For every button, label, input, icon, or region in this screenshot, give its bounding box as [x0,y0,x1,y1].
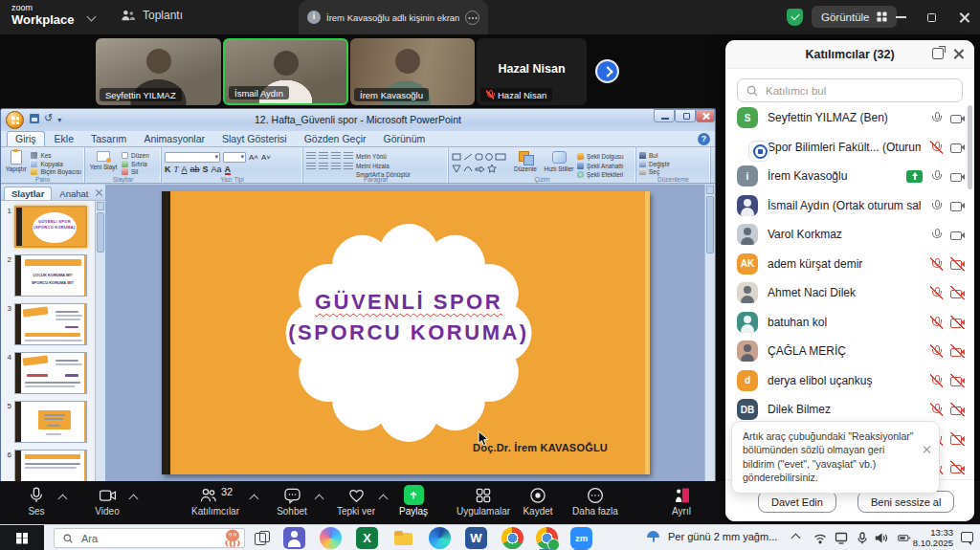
speaker-icon[interactable] [875,532,888,544]
video-tile-active-speaker[interactable]: İsmail Aydın [223,38,348,105]
tab-outline[interactable]: Anahat [53,187,95,200]
mic-icon[interactable] [930,316,943,329]
copy-button[interactable]: Kopyala [31,161,81,167]
slide-thumbnail[interactable]: 4 [4,352,95,394]
tray-mic-icon[interactable] [856,532,869,544]
arrange-button[interactable]: Düzenle [510,149,541,174]
participant-row[interactable]: batuhan kol [725,308,974,338]
undo-icon[interactable] [44,112,53,124]
participant-row[interactable]: S Seyfettin YILMAZ (Ben) [725,103,974,133]
slide-thumbnail[interactable]: 5 [4,401,95,443]
edge-icon[interactable] [429,527,451,549]
search-input[interactable] [764,84,953,98]
participant-search[interactable] [737,78,963,102]
start-button[interactable] [0,525,44,550]
tab-gorunum[interactable]: Görünüm [375,132,433,146]
taskbar-search-input[interactable] [79,532,219,545]
tab-gozden-gecir[interactable]: Gözden Geçir [297,132,374,146]
invite-button[interactable]: Davet Edin [758,491,836,513]
tab-animasyonlar[interactable]: Animasyonlar [136,132,212,146]
camera-icon[interactable] [950,199,965,212]
camera-icon[interactable] [950,461,965,474]
participant-row[interactable]: i İrem Kavasoğlu [725,162,974,191]
tab-ekle[interactable]: Ekle [47,132,81,146]
window-close-button[interactable] [958,11,970,24]
font-size-select[interactable] [223,152,246,163]
mic-icon[interactable] [930,344,943,358]
help-icon[interactable] [698,133,710,145]
leave-button[interactable]: Ayrıl [643,485,720,517]
replace-button[interactable]: Değiştir [639,161,670,167]
strikethrough-button[interactable]: ab [190,165,200,174]
tab-meeting[interactable]: Toplantı [121,9,183,22]
layout-button[interactable]: Düzen [122,152,149,159]
video-tile-no-video[interactable]: Hazal Nisan Hazal Nisan [477,38,587,105]
camera-icon[interactable] [950,374,965,387]
qat-dropdown-icon[interactable] [57,113,61,124]
align-buttons[interactable] [306,163,353,171]
grow-font-button[interactable]: A˄ [249,153,258,162]
tab-screen-share[interactable]: İrem Kavasoğlu adlı kişinin ekranı [299,0,488,34]
shape-outline-button[interactable]: Şekil Anahattı [577,163,624,169]
teams-icon[interactable] [283,527,305,549]
tab-slayt-gosterisi[interactable]: Slayt Gösterisi [214,132,295,146]
close-panel-icon[interactable] [952,48,965,60]
camera-icon[interactable] [950,228,965,241]
taskbar-weather[interactable]: Per günü 2 mm yağm... [647,529,777,543]
ppt-close-button[interactable] [696,109,715,122]
slides-pane-scrollbar[interactable] [95,201,105,481]
camera-icon[interactable] [950,403,965,416]
participant-row[interactable]: ÇAĞLA MERİÇ [725,337,974,366]
slide-thumbnail[interactable]: 2 ÇOCUK KORUMA MI?SPORCU KORUMA MI? [4,254,95,297]
more-options-icon[interactable] [465,11,479,25]
mic-icon[interactable] [930,141,943,154]
mic-icon[interactable] [930,228,943,241]
tab-giris[interactable]: Giriş [7,131,45,146]
wifi-icon[interactable] [813,532,827,544]
current-slide[interactable]: GÜVENLİ SPOR (SPORCU KORUMA) Doç.Dr. İre… [162,191,650,474]
participant-row[interactable]: DB Dilek Bilmez [725,395,974,425]
participant-row[interactable]: Varol Korkmaz [725,220,974,250]
participants-scrollbar[interactable] [968,105,972,189]
mic-icon[interactable] [930,374,943,387]
ppt-maximize-button[interactable] [675,109,696,122]
list-buttons[interactable] [306,152,353,161]
taskbar-clock[interactable]: 13:33 8.10.2025 [913,528,953,549]
participant-row[interactable]: AK adem kürşat demir [725,250,974,279]
close-pane-icon[interactable] [95,188,102,196]
camera-icon[interactable] [950,344,965,358]
security-shield-icon[interactable] [787,9,803,26]
camera-icon[interactable] [950,286,965,299]
camera-icon[interactable] [950,432,965,446]
mic-icon[interactable] [930,286,943,299]
chrome-icon[interactable] [501,527,523,549]
font-family-select[interactable] [165,152,220,163]
change-case-button[interactable]: Aa [212,165,222,174]
save-icon[interactable] [30,114,39,123]
info-icon[interactable] [307,11,321,24]
reset-button[interactable]: Sıfırla [122,161,149,167]
window-maximize-button[interactable] [927,13,936,22]
ppt-minimize-button[interactable] [654,109,675,122]
mute-me-button[interactable]: Beni sessize al [858,491,954,513]
slide-thumbnail[interactable]: 6 [4,450,95,481]
video-tile[interactable]: Seyfettin YILMAZ [96,38,221,105]
display-icon[interactable] [835,532,848,544]
font-color-button[interactable]: A [225,165,232,174]
excel-icon[interactable]: X [356,527,378,549]
share-screen-button[interactable]: Paylaş [375,485,452,517]
tab-slides-thumbnails[interactable]: Slaytlar [4,187,52,200]
chevron-down-icon[interactable] [87,12,97,22]
chrome-profile-icon[interactable] [536,527,558,549]
tray-chevron-icon[interactable] [791,534,801,543]
next-videos-button[interactable] [595,59,619,83]
participant-row[interactable]: İsmail Aydın (Ortak oturum sahibi) [725,191,974,221]
participant-row[interactable]: d derya elibol uçankuş [725,366,974,396]
mic-icon[interactable] [930,169,943,183]
camera-icon[interactable] [950,111,965,124]
italic-button[interactable]: T [174,165,179,174]
battery-icon[interactable] [898,532,911,544]
paste-button[interactable]: Yapıştır [4,149,28,174]
quick-styles-button[interactable]: Hızlı Stiller [544,149,574,174]
bold-button[interactable]: K [165,165,171,174]
